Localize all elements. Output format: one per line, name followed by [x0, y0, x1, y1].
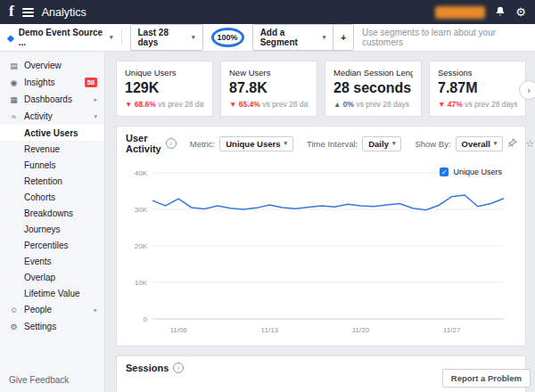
- kpi-delta-percent: 0%: [343, 100, 354, 109]
- sidebar-item-revenue[interactable]: Revenue: [0, 141, 104, 157]
- sidebar-item-activity[interactable]: ≈Activity▾: [0, 108, 104, 125]
- chevron-right-icon: ▸: [94, 306, 97, 314]
- toolbar-divider: [121, 29, 122, 45]
- event-source-picker[interactable]: ◆ Demo Event Source ... ▾: [7, 28, 113, 47]
- kpi-delta-suffix: vs prev 28 days: [158, 100, 204, 109]
- kpi-title: New Users: [229, 68, 309, 78]
- svg-text:11/27: 11/27: [443, 326, 461, 334]
- kpi-row: Unique Users129K▼ 68.6% vs prev 28 daysN…: [116, 61, 526, 117]
- metric-value: Unique Users: [226, 139, 280, 149]
- user-activity-chart: 010K20K30K40K11/0611/1311/2011/27: [122, 162, 511, 337]
- kpi-value: 7.87M: [438, 80, 517, 96]
- sidebar-item-funnels[interactable]: Funnels: [0, 157, 104, 173]
- sidebar: ▤Overview◉Insights58▦Dashboards▸≈Activit…: [0, 52, 105, 392]
- annotation-circle: 100%: [211, 28, 244, 47]
- dashboards-icon: ▦: [9, 95, 19, 104]
- user-profile-blurred[interactable]: [435, 6, 485, 19]
- kpi-value: 87.8K: [229, 80, 309, 96]
- event-source-label: Demo Event Source ...: [19, 28, 105, 47]
- kpi-value: 129K: [125, 80, 204, 96]
- kpi-carousel-next-button[interactable]: ›: [519, 80, 535, 100]
- star-icon[interactable]: ☆: [525, 138, 534, 150]
- sidebar-item-retention[interactable]: Retention: [0, 173, 104, 189]
- event-source-icon: ◆: [7, 33, 14, 43]
- kpi-card-median-session-length[interactable]: Median Session Length28 seconds▲ 0% vs p…: [325, 61, 422, 117]
- add-segment-label: Add a Segment: [260, 28, 318, 47]
- show-by-value: Overall: [462, 139, 490, 149]
- svg-text:40K: 40K: [135, 169, 148, 177]
- kpi-delta-percent: 65.4%: [239, 100, 260, 109]
- svg-text:11/06: 11/06: [169, 326, 187, 334]
- info-icon[interactable]: i: [173, 363, 184, 373]
- sidebar-item-overlap[interactable]: Overlap: [0, 269, 104, 285]
- sidebar-item-label: Activity: [24, 111, 53, 121]
- sidebar-item-cohorts[interactable]: Cohorts: [0, 189, 104, 205]
- insights-count-badge: 58: [85, 78, 97, 87]
- new-segment-button[interactable]: +: [333, 25, 353, 50]
- info-icon[interactable]: i: [166, 138, 177, 149]
- give-feedback-link[interactable]: Give Feedback: [9, 375, 69, 385]
- segment-controls: Add a Segment ▾ +: [252, 24, 354, 51]
- trend-arrow-icon: ▼: [229, 100, 236, 109]
- show-by-dropdown[interactable]: Overall ▾: [456, 136, 504, 151]
- kpi-delta-suffix: vs prev 28 days: [356, 100, 409, 109]
- sidebar-item-people[interactable]: ☺People▸: [0, 301, 104, 318]
- kpi-delta-suffix: vs prev 28 days: [262, 100, 309, 109]
- sidebar-item-label: Funnels: [24, 160, 56, 170]
- caret-down-icon: ▾: [110, 34, 113, 41]
- sidebar-item-dashboards[interactable]: ▦Dashboards▸: [0, 91, 104, 108]
- sidebar-item-insights[interactable]: ◉Insights58: [0, 74, 104, 91]
- sidebar-item-settings[interactable]: ⚙Settings: [0, 318, 104, 335]
- sidebar-item-overview[interactable]: ▤Overview: [0, 57, 104, 74]
- sidebar-item-percentiles[interactable]: Percentiles: [0, 237, 104, 253]
- show-by-label: Show By:: [415, 139, 450, 149]
- time-interval-dropdown[interactable]: Daily ▾: [362, 136, 401, 151]
- sidebar-item-label: Overlap: [24, 273, 55, 282]
- kpi-card-unique-users[interactable]: Unique Users129K▼ 68.6% vs prev 28 days: [116, 61, 213, 117]
- sidebar-item-journeys[interactable]: Journeys: [0, 221, 104, 237]
- date-range-button[interactable]: Last 28 days ▾: [130, 24, 203, 51]
- sidebar-item-label: Dashboards: [24, 94, 72, 104]
- metric-dropdown[interactable]: Unique Users ▾: [219, 136, 293, 151]
- top-bar: f Analytics ⚙: [0, 0, 535, 24]
- panel-title: Sessions: [126, 363, 169, 373]
- sidebar-nav: ▤Overview◉Insights58▦Dashboards▸≈Activit…: [0, 57, 104, 335]
- kpi-delta: ▼ 68.6% vs prev 28 days: [125, 100, 204, 109]
- gear-icon[interactable]: ⚙: [515, 6, 526, 18]
- trend-arrow-icon: ▲: [333, 100, 341, 109]
- facebook-logo[interactable]: f: [9, 4, 14, 19]
- time-interval-value: Daily: [368, 139, 389, 149]
- sidebar-item-events[interactable]: Events: [0, 253, 104, 269]
- kpi-card-sessions[interactable]: Sessions7.87M▼ 47% vs prev 28 days: [429, 61, 526, 117]
- report-a-problem-button[interactable]: Report a Problem: [442, 369, 531, 388]
- sidebar-item-label: Breakdowns: [24, 208, 73, 218]
- caret-down-icon: ▾: [284, 140, 287, 147]
- pin-icon[interactable]: [507, 138, 517, 150]
- sidebar-item-label: Journeys: [24, 225, 61, 234]
- sidebar-item-label: Settings: [24, 322, 56, 331]
- kpi-delta-percent: 47%: [448, 100, 463, 109]
- legend-checkbox[interactable]: ✓: [440, 167, 449, 176]
- user-activity-panel: User Activity i Metric: Unique Users ▾ T…: [116, 126, 526, 347]
- add-segment-button[interactable]: Add a Segment ▾: [253, 25, 333, 50]
- metric-label: Metric:: [190, 139, 216, 149]
- hamburger-menu-icon[interactable]: [22, 6, 34, 19]
- sidebar-item-active-users[interactable]: Active Users: [0, 125, 104, 141]
- caret-down-icon: ▾: [494, 140, 498, 147]
- user-activity-header: User Activity i Metric: Unique Users ▾ T…: [117, 127, 525, 160]
- sidebar-item-label: Active Users: [24, 128, 78, 138]
- sidebar-item-label: Cohorts: [24, 192, 55, 202]
- sampling-percent-badge[interactable]: 100%: [218, 33, 238, 42]
- segment-hint-text: Use segments to learn about your custome…: [362, 28, 528, 47]
- sidebar-item-label: Overview: [24, 61, 62, 70]
- sidebar-item-breakdowns[interactable]: Breakdowns: [0, 205, 104, 221]
- settings-icon: ⚙: [9, 323, 19, 331]
- notifications-bell-icon[interactable]: [495, 6, 506, 19]
- svg-text:20K: 20K: [135, 242, 148, 250]
- caret-down-icon: ▾: [323, 34, 326, 41]
- sidebar-item-label: Percentiles: [24, 241, 68, 250]
- kpi-card-new-users[interactable]: New Users87.8K▼ 65.4% vs prev 28 days: [220, 61, 317, 117]
- time-interval-label: Time Interval:: [307, 139, 358, 149]
- sidebar-item-label: Revenue: [24, 144, 60, 154]
- sidebar-item-lifetime-value[interactable]: Lifetime Value: [0, 285, 104, 301]
